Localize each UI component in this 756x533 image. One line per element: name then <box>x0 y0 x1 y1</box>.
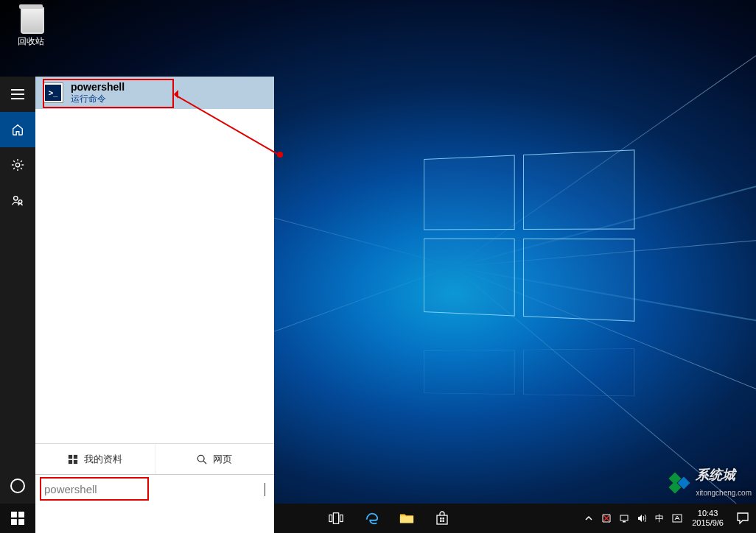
svg-rect-13 <box>18 512 24 518</box>
svg-rect-21 <box>440 518 442 520</box>
svg-rect-15 <box>18 519 24 525</box>
filter-web-label: 网页 <box>213 453 232 466</box>
edge-button[interactable] <box>354 504 389 533</box>
svg-rect-20 <box>437 515 447 524</box>
svg-rect-12 <box>11 512 17 518</box>
best-match-result[interactable]: >_ powershell 运行命令 <box>35 77 274 109</box>
svg-point-3 <box>15 163 19 166</box>
svg-rect-9 <box>74 459 77 463</box>
feedback-button[interactable] <box>0 183 35 218</box>
file-explorer-button[interactable] <box>389 504 424 533</box>
svg-rect-0 <box>11 89 24 91</box>
search-input[interactable] <box>44 483 266 495</box>
svg-point-10 <box>198 455 205 462</box>
svg-point-5 <box>18 200 22 204</box>
best-match-title: powershell <box>71 81 125 93</box>
svg-rect-6 <box>69 454 72 458</box>
cortana-ring-icon <box>10 479 25 493</box>
search-rail <box>0 77 35 504</box>
text-cursor <box>265 483 265 496</box>
recycle-bin-label: 回收站 <box>15 35 47 48</box>
recycle-bin[interactable]: 回收站 <box>15 4 47 48</box>
store-button[interactable] <box>424 504 460 533</box>
tray-volume-icon[interactable] <box>633 504 651 533</box>
tray-ime-mode-icon[interactable] <box>668 504 686 533</box>
filter-my-stuff[interactable]: 我的资料 <box>35 444 155 474</box>
search-results-area: >_ powershell 运行命令 我的资料 网页 <box>35 77 274 504</box>
svg-rect-2 <box>11 98 24 99</box>
search-icon <box>197 454 207 465</box>
powershell-icon: >_ <box>43 82 63 103</box>
task-view-button[interactable] <box>318 504 354 533</box>
best-match-subtitle: 运行命令 <box>71 93 125 105</box>
svg-rect-23 <box>440 520 442 523</box>
action-center-button[interactable] <box>729 512 756 525</box>
cortana-button[interactable] <box>0 468 35 504</box>
svg-rect-8 <box>69 459 72 463</box>
svg-rect-17 <box>333 513 338 524</box>
tray-time: 10:43 <box>692 509 724 518</box>
search-panel: >_ powershell 运行命令 我的资料 网页 <box>0 77 274 504</box>
svg-rect-18 <box>340 515 343 521</box>
svg-rect-19 <box>400 516 413 523</box>
recycle-bin-icon <box>16 4 46 34</box>
system-tray: 中 10:43 2015/9/6 <box>580 504 756 533</box>
search-input-row <box>35 474 274 504</box>
watermark-sub: xitongcheng.com <box>696 489 752 497</box>
svg-rect-22 <box>443 518 445 520</box>
tray-security-icon[interactable] <box>598 504 615 533</box>
tray-chevron-up-icon[interactable] <box>580 504 598 533</box>
search-box-taskbar-bg <box>35 504 274 533</box>
start-button[interactable] <box>0 504 35 533</box>
taskbar: 中 10:43 2015/9/6 <box>0 504 756 533</box>
watermark-logo-icon <box>668 474 693 492</box>
filter-web[interactable]: 网页 <box>155 444 275 474</box>
svg-rect-14 <box>11 519 17 525</box>
windows-logo-icon <box>68 454 78 465</box>
svg-line-11 <box>203 461 206 464</box>
windows-logo-reflection <box>424 340 634 396</box>
svg-rect-24 <box>443 520 445 523</box>
home-button[interactable] <box>0 112 35 147</box>
svg-rect-25 <box>620 515 628 520</box>
settings-button[interactable] <box>0 147 35 183</box>
filter-my-stuff-label: 我的资料 <box>84 453 122 466</box>
tray-clock[interactable]: 10:43 2015/9/6 <box>686 509 729 528</box>
svg-rect-16 <box>329 515 332 521</box>
tray-date: 2015/9/6 <box>692 518 724 528</box>
search-filters: 我的资料 网页 <box>35 443 274 474</box>
windows-logo-hero <box>424 149 634 322</box>
tray-network-icon[interactable] <box>615 504 633 533</box>
watermark-brand: 系统城 <box>696 467 735 482</box>
svg-point-4 <box>14 197 18 200</box>
tray-ime-indicator[interactable]: 中 <box>651 504 668 533</box>
svg-rect-26 <box>623 521 626 523</box>
svg-rect-7 <box>74 454 77 458</box>
watermark: 系统城 xitongcheng.com <box>668 466 752 499</box>
svg-rect-1 <box>11 93 24 95</box>
hamburger-button[interactable] <box>0 77 35 112</box>
